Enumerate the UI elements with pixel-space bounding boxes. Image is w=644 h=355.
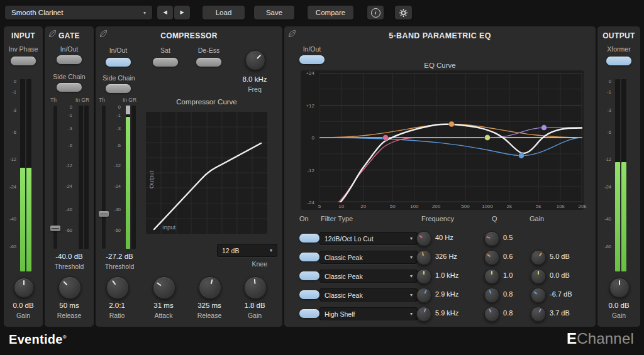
eq-header-frequency: Frequency [421, 215, 454, 222]
eq-band-2-freq-value: 326 Hz [435, 253, 475, 260]
comp-threshold-label: Threshold [96, 263, 143, 270]
eq-x-label: 5k [536, 204, 541, 209]
info-button[interactable]: i [367, 6, 384, 19]
eq-band-2-filter-select[interactable]: Classic Peak ▾ [319, 251, 418, 264]
eq-band-2-handle[interactable] [449, 121, 455, 127]
save-button[interactable]: Save [254, 6, 294, 19]
eq-band-4-filter-select[interactable]: Classic Peak ▾ [319, 288, 418, 302]
eq-band-2-on-toggle[interactable] [299, 253, 319, 261]
release-knob-group: 325 ms Release [191, 276, 228, 323]
echannel-plugin-window: Smooth Clarinet ▾ ◀ ▶ Load Save Compare … [0, 0, 644, 355]
ratio-value: 2.0:1 [98, 302, 136, 309]
output-section: OUTPUT Xformer 0-1-3-6-12-24-40-60 0.0 d… [597, 26, 640, 327]
scale-label: -60 [9, 244, 16, 249]
eq-band-3-freq-knob[interactable] [416, 269, 431, 284]
output-gain-knob[interactable] [609, 278, 630, 298]
scale-label: -12 [604, 156, 611, 161]
inv-phase-label: Inv Phase [4, 45, 43, 53]
scale-label: -60 [65, 227, 72, 233]
comp-sidechain-toggle[interactable] [106, 84, 131, 93]
eq-band-3-q-knob[interactable] [484, 269, 499, 284]
eq-band-5-q-knob[interactable] [484, 307, 499, 322]
chevron-down-icon: ▾ [410, 236, 413, 241]
comp-deess-label: De-Ess [195, 46, 223, 54]
inv-phase-toggle[interactable] [11, 57, 36, 65]
scale-label: -40 [9, 216, 16, 221]
eq-x-axis: 510205010020050010002k5k10k20k [319, 204, 582, 211]
eq-band-4-q-knob[interactable] [484, 288, 499, 303]
scale-label: -6 [12, 129, 16, 135]
eq-band-3-on-toggle[interactable] [299, 271, 319, 280]
eq-band-4-on-toggle[interactable] [299, 290, 319, 299]
chevron-down-icon: ▾ [410, 292, 413, 298]
eq-band-1-handle[interactable] [383, 135, 389, 141]
comp-deess-freq-knob[interactable] [245, 50, 265, 70]
eq-band-3-freq-value: 1.0 kHz [435, 271, 475, 279]
eq-band-2-q-knob[interactable] [484, 250, 499, 265]
settings-button[interactable] [395, 6, 412, 19]
scale-label: -1 [12, 89, 16, 94]
comp-threshold-value: -27.2 dB [96, 253, 143, 260]
eq-x-label: 20k [579, 204, 587, 209]
preset-prev-button[interactable]: ◀ [157, 6, 173, 19]
comp-threshold-slider[interactable] [102, 106, 106, 249]
ratio-knob[interactable] [106, 276, 129, 299]
eq-band-4-freq-knob[interactable] [416, 288, 431, 303]
load-button[interactable]: Load [203, 6, 245, 19]
comp-th-label: Th [99, 97, 105, 103]
eq-band-5-filter-select[interactable]: High Shelf ▾ [319, 307, 418, 320]
input-gain-knob[interactable] [14, 278, 34, 298]
chevron-down-icon: ▾ [410, 273, 413, 279]
scale-label: -6 [116, 142, 121, 148]
compare-button[interactable]: Compare [308, 6, 353, 19]
eq-band-3-gain-knob[interactable] [531, 269, 546, 284]
comp-inout-toggle[interactable] [106, 58, 131, 67]
filter-type-value: Classic Peak [325, 254, 363, 261]
scale-label: -60 [604, 244, 611, 249]
eq-band-4-freq-value: 2.9 kHz [435, 290, 475, 298]
eq-band-3-gain-value: 0.0 dB [550, 271, 590, 279]
eq-band-5-gain-knob[interactable] [531, 307, 546, 322]
input-gain-value: 0.0 dB [4, 302, 43, 309]
preset-next-button[interactable]: ▶ [174, 6, 190, 19]
eq-band-1-on-toggle[interactable] [299, 234, 319, 243]
eq-plot [319, 73, 582, 202]
eq-band-3-handle[interactable] [485, 135, 491, 141]
release-knob[interactable] [199, 276, 221, 299]
eq-y-label: 0 [312, 135, 314, 141]
product-name: EChannel [567, 330, 634, 347]
top-bar: Smooth Clarinet ▾ ◀ ▶ Load Save Compare … [0, 0, 644, 25]
eq-band-4-gain-knob[interactable] [531, 288, 546, 303]
eq-band-1-freq-knob[interactable] [416, 231, 431, 246]
eq-band-2-freq-knob[interactable] [416, 250, 431, 265]
eq-band-5-on-toggle[interactable] [299, 309, 319, 318]
preset-selector[interactable]: Smooth Clarinet ▾ [5, 6, 152, 19]
eq-inout-label: In/Out [298, 45, 326, 53]
gate-release-knob[interactable] [58, 276, 81, 299]
eq-band-5-freq-knob[interactable] [416, 307, 431, 322]
eq-band-1-q-knob[interactable] [484, 231, 499, 246]
chevron-down-icon: ▾ [410, 311, 413, 317]
comp-gain-knob[interactable] [244, 276, 267, 299]
gate-gr-meter [84, 106, 89, 249]
output-gain-value: 0.0 dB [597, 302, 640, 309]
xformer-label: Xformer [597, 45, 640, 53]
eq-band-3-filter-select[interactable]: Classic Peak ▾ [319, 270, 418, 283]
input-gain-label: Gain [4, 312, 43, 319]
comp-curve-title: Compressor Curve [146, 98, 267, 106]
xformer-toggle[interactable] [606, 57, 631, 65]
gate-inout-toggle[interactable] [57, 55, 82, 64]
eq-band-2-gain-knob[interactable] [531, 250, 546, 265]
attack-knob[interactable] [153, 276, 175, 299]
output-meter-scale: 0-1-3-6-12-24-40-60 [599, 79, 613, 271]
chevron-down-icon: ▾ [410, 254, 413, 260]
eq-band-5-handle[interactable] [541, 125, 547, 131]
gate-sidechain-toggle[interactable] [57, 83, 82, 92]
knee-select[interactable]: 12 dB ▾ [217, 244, 277, 257]
comp-deess-toggle[interactable] [196, 58, 221, 67]
comp-sat-toggle[interactable] [153, 58, 178, 67]
eq-band-4-handle[interactable] [519, 153, 525, 158]
eq-y-label: -24 [307, 200, 314, 205]
eq-band-1-filter-select[interactable]: 12dB/Oct Lo Cut ▾ [319, 232, 418, 245]
filter-type-value: High Shelf [325, 310, 355, 318]
